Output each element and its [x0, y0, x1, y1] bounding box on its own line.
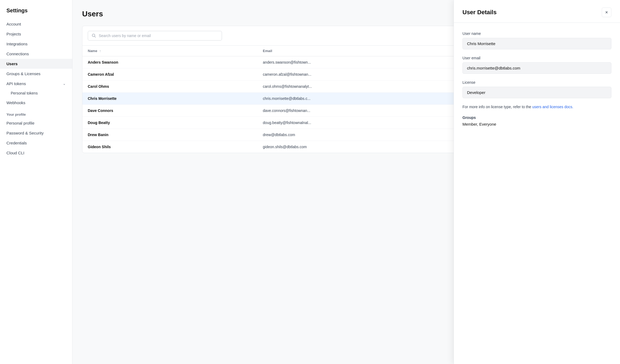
license-note: For more info on license type, refer to … [462, 105, 611, 109]
sidebar-item-projects[interactable]: Projects [0, 29, 72, 39]
sidebar-item-api-tokens[interactable]: API tokens ⌄ [0, 79, 72, 89]
sidebar: Settings Account Projects Integrations C… [0, 0, 72, 364]
sidebar-item-label: Projects [6, 32, 21, 36]
sidebar-title: Settings [0, 8, 72, 19]
groups-value: Member, Everyone [462, 122, 611, 126]
username-label: User name [462, 31, 611, 36]
col-name: Name ↑ [82, 46, 257, 56]
sidebar-item-cloud-cli[interactable]: Cloud CLI [0, 148, 72, 158]
sidebar-item-label: Users [6, 61, 18, 66]
license-value: Developer [462, 87, 611, 98]
user-details-panel: User Details × User name Chris Morrisett… [454, 0, 620, 364]
sidebar-item-label: Webhooks [6, 100, 25, 105]
sidebar-item-groups-licenses[interactable]: Groups & Licenses [0, 69, 72, 79]
sidebar-item-label: Groups & Licenses [6, 71, 41, 76]
sidebar-item-label: API tokens [6, 81, 26, 86]
groups-label: Groups [462, 115, 611, 120]
email-field-group: User email chris.morrisette@dbtlabs.com [462, 56, 611, 74]
panel-header: User Details × [454, 0, 620, 23]
sidebar-item-label: Credentials [6, 141, 27, 145]
search-input[interactable] [99, 34, 218, 38]
sidebar-item-password-security[interactable]: Password & Security [0, 128, 72, 138]
sidebar-item-personal-profile[interactable]: Personal profile [0, 118, 72, 128]
license-label: License [462, 80, 611, 85]
svg-line-1 [95, 37, 96, 38]
close-button[interactable]: × [602, 8, 611, 17]
search-icon [92, 34, 96, 38]
sidebar-item-connections[interactable]: Connections [0, 49, 72, 59]
panel-body: User name Chris Morrisette User email ch… [454, 23, 620, 135]
cell-name: Anders Swanson [82, 56, 257, 68]
cell-name: Gideon Shils [82, 141, 257, 153]
sidebar-item-integrations[interactable]: Integrations [0, 39, 72, 49]
license-field-group: License Developer [462, 80, 611, 98]
sidebar-item-credentials[interactable]: Credentials [0, 138, 72, 148]
chevron-down-icon: ⌄ [63, 82, 66, 86]
sidebar-item-label: Cloud CLI [6, 151, 24, 155]
email-value: chris.morrisette@dbtlabs.com [462, 62, 611, 74]
sidebar-item-label: Connections [6, 52, 29, 56]
cell-name: Dave Connors [82, 105, 257, 117]
sidebar-item-webhooks[interactable]: Webhooks [0, 98, 72, 108]
email-label: User email [462, 56, 611, 60]
cell-name: Drew Banin [82, 129, 257, 141]
sidebar-item-label: Personal profile [6, 121, 34, 125]
your-profile-section-label: Your profile [0, 108, 72, 118]
sidebar-item-label: Personal tokens [11, 91, 38, 95]
username-value: Chris Morrisette [462, 38, 611, 49]
sidebar-item-personal-tokens[interactable]: Personal tokens [0, 89, 72, 98]
username-field-group: User name Chris Morrisette [462, 31, 611, 49]
sidebar-item-account[interactable]: Account [0, 19, 72, 29]
sort-icon: ↑ [99, 49, 101, 53]
cell-name: Chris Morrisette [82, 93, 257, 105]
cell-name: Cameron Afzal [82, 68, 257, 81]
groups-field-group: Groups Member, Everyone [462, 115, 611, 126]
sidebar-item-label: Password & Security [6, 131, 43, 135]
license-docs-link[interactable]: users and licenses docs. [532, 105, 573, 109]
cell-name: Doug Beatty [82, 117, 257, 129]
sidebar-item-label: Account [6, 22, 21, 26]
panel-title: User Details [462, 9, 497, 16]
search-input-wrapper [88, 31, 222, 41]
cell-name: Carol Ohms [82, 81, 257, 93]
sidebar-item-users[interactable]: Users [0, 59, 72, 69]
sidebar-item-label: Integrations [6, 42, 27, 46]
